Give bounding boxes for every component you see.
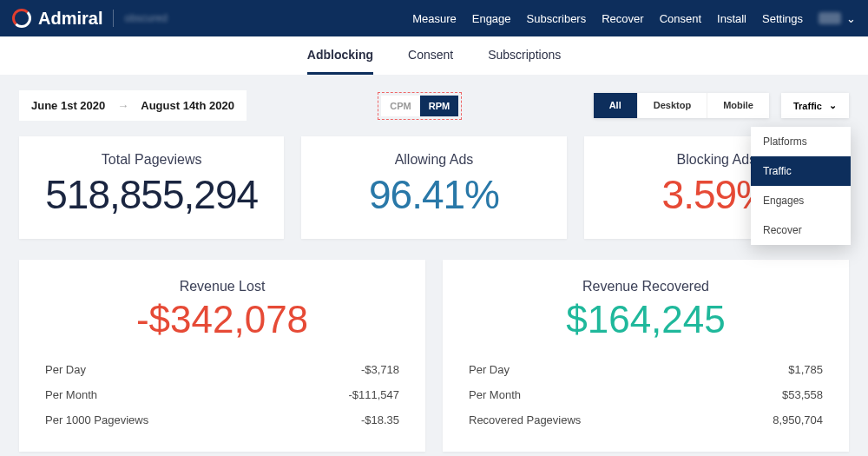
revenue-lost-card: Revenue Lost -$342,078 Per Day -$3,718 P… [19,260,425,452]
metric-value: -$3,718 [361,363,399,376]
stat-label: Total Pageviews [30,152,273,168]
date-end: August 14th 2020 [141,99,234,112]
card-value: -$342,078 [45,298,399,341]
metric-value: 8,950,704 [773,413,823,426]
section-tabs: Adblocking Consent Subscriptions [0,36,868,75]
metric-value: $1,785 [788,363,823,376]
metric-label: Per Month [45,388,97,401]
metric-value: -$111,547 [348,388,399,401]
device-mobile[interactable]: Mobile [707,93,769,118]
metric-row: Recovered Pageviews 8,950,704 [469,407,823,433]
metric-label: Per Day [45,363,86,376]
primary-nav: Measure Engage Subscribers Recover Conse… [412,12,856,25]
right-controls: All Desktop Mobile Traffic ⌄ Platforms T… [594,93,849,118]
nav-consent[interactable]: Consent [660,12,701,25]
header-divider [113,10,114,27]
date-start: June 1st 2020 [31,99,105,112]
device-desktop[interactable]: Desktop [638,93,707,118]
filter-bar: June 1st 2020 → August 14th 2020 CPM RPM… [0,75,868,136]
chevron-down-icon: ⌄ [829,100,837,111]
brand-name: Admiral [38,9,102,29]
stat-allowing-ads: Allowing Ads 96.41% [301,136,566,239]
traffic-dropdown[interactable]: Traffic ⌄ Platforms Traffic Engages Reco… [781,93,849,118]
card-title: Revenue Recovered [469,279,823,294]
user-menu[interactable]: ⌄ [819,12,856,25]
stat-value: 96.41% [312,171,556,218]
rpm-button[interactable]: RPM [420,96,458,116]
tab-subscriptions[interactable]: Subscriptions [488,37,561,75]
metric-label: Per 1000 Pageviews [45,413,148,426]
brand-logo[interactable]: Admiral [12,9,102,29]
nav-engage[interactable]: Engage [472,12,511,25]
traffic-dropdown-menu: Platforms Traffic Engages Recover [751,127,851,245]
nav-settings[interactable]: Settings [762,12,803,25]
dd-traffic[interactable]: Traffic [751,156,851,186]
date-range-picker[interactable]: June 1st 2020 → August 14th 2020 [19,90,247,121]
card-title: Revenue Lost [45,279,399,294]
stats-row: Total Pageviews 518,855,294 Allowing Ads… [0,136,868,260]
stat-label: Allowing Ads [312,152,556,168]
dd-platforms[interactable]: Platforms [751,127,851,156]
stat-total-pageviews: Total Pageviews 518,855,294 [19,136,284,239]
stat-value: 518,855,294 [30,171,273,218]
metric-label: Recovered Pageviews [469,413,581,426]
nav-recover[interactable]: Recover [602,12,643,25]
arrow-right-icon: → [117,99,128,112]
revenue-row: Revenue Lost -$342,078 Per Day -$3,718 P… [0,260,868,452]
main-header: Admiral obscured Measure Engage Subscrib… [0,0,868,36]
nav-install[interactable]: Install [717,12,746,25]
metric-row: Per Day -$3,718 [45,357,399,382]
nav-subscribers[interactable]: Subscribers [527,12,587,25]
user-name-blurred [819,12,841,24]
metric-value: -$18.35 [361,413,399,426]
cpm-rpm-toggle: CPM RPM [378,92,462,120]
nav-measure[interactable]: Measure [412,12,457,25]
site-name-blurred: obscured [124,12,167,24]
tab-consent[interactable]: Consent [408,37,453,75]
metric-label: Per Day [469,363,510,376]
metric-value: $53,558 [782,388,823,401]
tab-adblocking[interactable]: Adblocking [307,37,373,75]
cpm-button[interactable]: CPM [381,96,419,116]
device-all[interactable]: All [594,93,638,118]
admiral-logo-icon [12,9,31,28]
traffic-dropdown-label: Traffic [793,101,822,111]
card-value: $164,245 [469,298,823,341]
chevron-down-icon: ⌄ [846,12,856,25]
dd-recover[interactable]: Recover [751,215,851,245]
metric-row: Per 1000 Pageviews -$18.35 [45,407,399,433]
dd-engages[interactable]: Engages [751,186,851,215]
metric-row: Per Month $53,558 [469,382,823,407]
metric-row: Per Day $1,785 [469,357,823,382]
metric-row: Per Month -$111,547 [45,382,399,407]
revenue-recovered-card: Revenue Recovered $164,245 Per Day $1,78… [443,260,849,452]
device-segmented: All Desktop Mobile [594,93,769,118]
metric-label: Per Month [469,388,521,401]
